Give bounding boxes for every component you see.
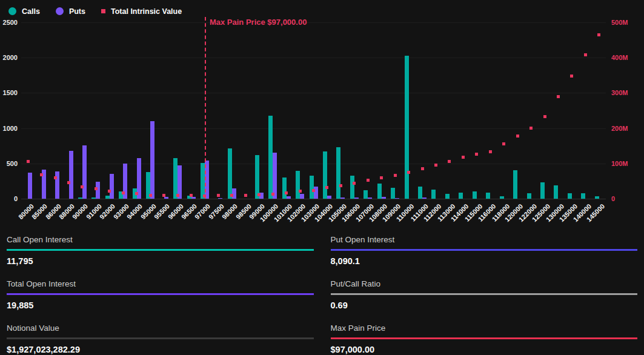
total-intrinsic-value-point[interactable] [162, 194, 165, 197]
total-intrinsic-value-point[interactable] [597, 33, 600, 36]
calls-bar[interactable] [459, 193, 463, 199]
total-intrinsic-value-point[interactable] [257, 193, 261, 196]
calls-bar[interactable] [296, 171, 300, 199]
calls-bar[interactable] [581, 193, 585, 199]
calls-bar[interactable] [268, 116, 273, 199]
calls-bar[interactable] [228, 148, 232, 199]
stat-value: 11,795 [7, 256, 314, 266]
total-intrinsic-value-point[interactable] [339, 184, 342, 187]
puts-bar[interactable] [300, 194, 304, 199]
total-intrinsic-value-point[interactable] [244, 194, 247, 197]
puts-bar[interactable] [382, 197, 386, 199]
calls-bar[interactable] [363, 190, 368, 199]
puts-bar[interactable] [422, 197, 427, 199]
plot-area[interactable]: 00500100M1000200M1500300M2000400M2500500… [21, 22, 606, 199]
total-intrinsic-value-point[interactable] [230, 194, 233, 197]
calls-bar[interactable] [391, 188, 395, 199]
total-intrinsic-value-point[interactable] [217, 194, 220, 197]
puts-bar[interactable] [327, 196, 331, 199]
total-intrinsic-value-point[interactable] [367, 179, 370, 182]
calls-bar[interactable] [418, 187, 422, 199]
calls-bar[interactable] [78, 197, 82, 199]
total-intrinsic-value-point[interactable] [421, 167, 424, 170]
legend-item-total-intrinsic-value[interactable]: Total Intrinsic Value [101, 7, 182, 16]
puts-bar[interactable] [340, 197, 345, 199]
total-intrinsic-value-point[interactable] [584, 53, 587, 56]
calls-bar[interactable] [323, 151, 327, 199]
total-intrinsic-value-point[interactable] [570, 75, 573, 78]
total-intrinsic-value-point[interactable] [407, 171, 410, 174]
total-intrinsic-value-point[interactable] [176, 194, 179, 197]
calls-bar[interactable] [473, 191, 477, 199]
puts-bar[interactable] [368, 197, 372, 199]
total-intrinsic-value-point[interactable] [135, 192, 138, 195]
puts-bar[interactable] [395, 198, 399, 199]
puts-bar[interactable] [273, 153, 277, 199]
calls-bar[interactable] [377, 184, 382, 199]
gridline [21, 199, 606, 199]
total-intrinsic-value-point[interactable] [149, 194, 152, 197]
stat-value: 8,090.1 [331, 256, 638, 266]
calls-bar[interactable] [527, 193, 531, 199]
calls-bar[interactable] [554, 185, 558, 199]
total-intrinsic-value-point[interactable] [312, 189, 315, 192]
puts-bar[interactable] [164, 197, 168, 199]
calls-bar[interactable] [486, 193, 490, 199]
puts-bar[interactable] [82, 145, 87, 199]
calls-bar[interactable] [500, 196, 504, 199]
total-intrinsic-value-point[interactable] [40, 173, 43, 176]
puts-bar[interactable] [354, 197, 359, 199]
calls-bar[interactable] [350, 176, 354, 199]
calls-bar[interactable] [282, 178, 287, 199]
total-intrinsic-value-point[interactable] [516, 134, 519, 138]
puts-bar[interactable] [69, 151, 73, 199]
total-intrinsic-value-point[interactable] [67, 181, 70, 184]
total-intrinsic-value-point[interactable] [543, 115, 546, 118]
total-intrinsic-value-point[interactable] [54, 176, 57, 179]
total-intrinsic-value-point[interactable] [299, 190, 302, 193]
legend-item-calls[interactable]: Calls [8, 7, 40, 16]
stat-accent-line [331, 249, 638, 251]
calls-bar[interactable] [595, 196, 599, 199]
total-intrinsic-value-point[interactable] [529, 127, 533, 130]
puts-bar[interactable] [28, 173, 32, 199]
calls-bar[interactable] [405, 56, 409, 199]
total-intrinsic-value-point[interactable] [557, 95, 560, 98]
legend-item-puts[interactable]: Puts [56, 7, 85, 16]
puts-bar[interactable] [218, 198, 222, 199]
calls-bar[interactable] [568, 193, 572, 199]
calls-bar[interactable] [201, 163, 205, 199]
calls-bar[interactable] [255, 155, 259, 199]
total-intrinsic-value-point[interactable] [448, 160, 451, 163]
calls-bar[interactable] [336, 147, 340, 199]
puts-bar[interactable] [150, 121, 154, 199]
calls-bar[interactable] [310, 176, 314, 199]
calls-bar[interactable] [173, 158, 178, 199]
calls-bar[interactable] [105, 196, 110, 199]
total-intrinsic-value-point[interactable] [122, 191, 125, 194]
total-intrinsic-value-point[interactable] [394, 174, 397, 177]
calls-bar[interactable] [540, 182, 545, 199]
total-intrinsic-value-point[interactable] [27, 160, 30, 163]
calls-bar[interactable] [431, 190, 436, 199]
total-intrinsic-value-point[interactable] [502, 142, 505, 145]
total-intrinsic-value-point[interactable] [475, 153, 478, 156]
total-intrinsic-value-point[interactable] [462, 156, 465, 159]
calls-bar[interactable] [513, 170, 517, 199]
puts-bar[interactable] [55, 171, 59, 199]
total-intrinsic-value-point[interactable] [190, 194, 193, 197]
total-intrinsic-value-point[interactable] [353, 182, 356, 185]
total-intrinsic-value-point[interactable] [81, 185, 84, 188]
total-intrinsic-value-point[interactable] [95, 187, 98, 190]
total-intrinsic-value-point[interactable] [489, 150, 492, 153]
total-intrinsic-value-point[interactable] [285, 191, 288, 194]
puts-bar[interactable] [287, 196, 291, 199]
calls-bar[interactable] [445, 194, 450, 199]
total-intrinsic-value-point[interactable] [380, 176, 383, 179]
total-intrinsic-value-point[interactable] [325, 186, 328, 189]
total-intrinsic-value-point[interactable] [434, 164, 437, 167]
puts-bar[interactable] [110, 174, 114, 199]
total-intrinsic-value-point[interactable] [108, 190, 111, 193]
total-intrinsic-value-point[interactable] [271, 193, 274, 196]
calls-bar[interactable] [91, 197, 96, 199]
